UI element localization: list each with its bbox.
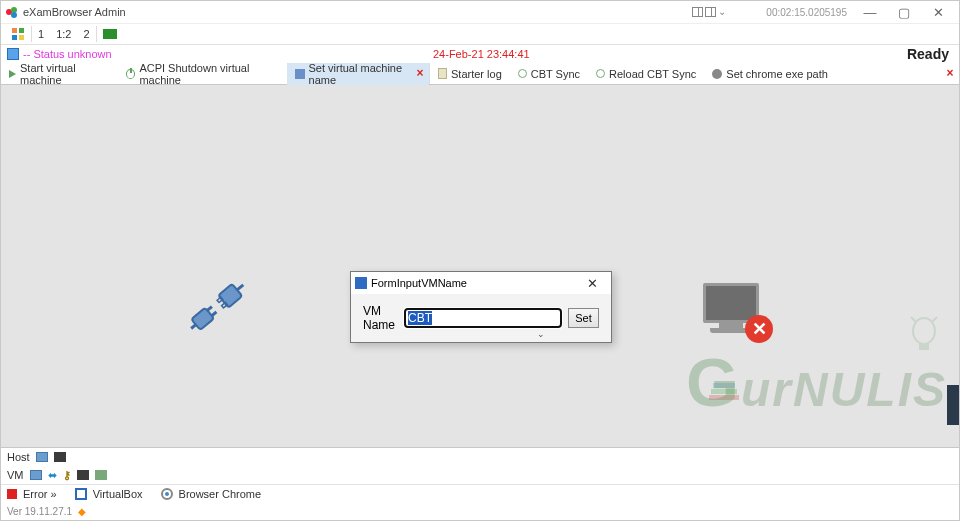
svg-line-8 (191, 325, 196, 329)
error-label[interactable]: Error » (23, 488, 57, 500)
svg-rect-22 (76, 489, 86, 499)
acpi-shutdown-button[interactable]: ACPI Shutdown virtual machine (118, 63, 287, 85)
svg-line-18 (932, 317, 937, 322)
set-chrome-path-button[interactable]: Set chrome exe path (704, 63, 836, 85)
layout-2-button[interactable]: 2 (77, 24, 95, 44)
window-titlebar: eXamBrowser Admin ⌄ 00:02:15.0205195 — ▢… (1, 1, 959, 23)
dialog-icon (355, 277, 367, 289)
command-toolbars: Start virtual machine ACPI Shutdown virt… (1, 63, 959, 85)
window-layout-picker[interactable]: ⌄ (692, 7, 726, 17)
form-input-vmname-dialog: FormInputVMName ✕ VM Name ⌄ Set (350, 271, 612, 343)
edit-icon (295, 69, 304, 79)
vm-monitor-icon[interactable] (30, 470, 42, 480)
services-row: Error » VirtualBox Browser Chrome (1, 484, 959, 502)
svg-rect-5 (12, 35, 17, 40)
host-monitor-icon[interactable] (36, 452, 48, 462)
dialog-close-button[interactable]: ✕ (577, 276, 607, 291)
layout-1-button[interactable]: 1 (32, 24, 50, 44)
dashboard-icon[interactable] (5, 24, 31, 44)
svg-rect-12 (217, 297, 223, 303)
quick-toolbar: 1 1:2 2 (1, 23, 959, 45)
main-canvas: ✕ FormInputVMName ✕ VM Name ⌄ Set GurNUL (1, 85, 959, 447)
vm-link-icon[interactable]: ⬌ (48, 469, 57, 482)
elapsed-clock: 00:02:15.0205195 (766, 7, 847, 18)
set-button[interactable]: Set (568, 308, 599, 328)
dialog-title: FormInputVMName (371, 277, 467, 289)
watermark-text: GurNULIS (686, 343, 947, 421)
set-vm-name-button[interactable]: Set virtual machine name (287, 63, 429, 85)
flag-icon[interactable] (97, 24, 123, 44)
vm-folder-icon[interactable] (95, 470, 107, 480)
monitor-offline-icon: ✕ (703, 283, 759, 333)
maximize-button[interactable]: ▢ (887, 2, 921, 22)
vm-name-input[interactable] (404, 308, 562, 328)
error-badge-icon: ✕ (745, 315, 773, 343)
left-toolbar-close[interactable]: × (413, 66, 427, 80)
host-terminal-icon[interactable] (54, 452, 66, 462)
window-title: eXamBrowser Admin (23, 6, 126, 18)
error-status-icon (7, 489, 17, 499)
starter-log-button[interactable]: Starter log (430, 63, 510, 85)
power-icon (126, 69, 135, 79)
cbt-sync-button[interactable]: CBT Sync (510, 63, 588, 85)
svg-point-2 (11, 12, 17, 18)
svg-rect-4 (19, 28, 24, 33)
version-label: Ver 19.11.27.1 (7, 506, 72, 517)
virtualbox-icon (75, 488, 87, 500)
close-window-button[interactable]: ✕ (921, 2, 955, 22)
chrome-icon (161, 488, 173, 500)
host-label: Host (7, 451, 30, 463)
vm-name-label: VM Name (363, 304, 398, 332)
app-icon (5, 5, 19, 19)
virtualbox-label[interactable]: VirtualBox (93, 488, 143, 500)
status-timestamp: 24-Feb-21 23:44:41 (433, 48, 538, 60)
ready-indicator: Ready (907, 46, 959, 62)
start-vm-button[interactable]: Start virtual machine (1, 63, 118, 85)
dialog-titlebar: FormInputVMName ✕ (351, 272, 611, 294)
host-row: Host (1, 448, 959, 466)
sync-icon (518, 69, 527, 78)
svg-rect-3 (12, 28, 17, 33)
browser-chrome-label[interactable]: Browser Chrome (179, 488, 262, 500)
status-text: -- Status unknown (23, 48, 112, 60)
svg-point-15 (913, 318, 935, 344)
vm-key-icon[interactable]: ⚷ (63, 469, 71, 482)
left-toolbar: Start virtual machine ACPI Shutdown virt… (1, 63, 430, 84)
vm-label: VM (7, 469, 24, 481)
reload-icon (596, 69, 605, 78)
vm-row: VM ⬌ ⚷ (1, 466, 959, 484)
svg-line-17 (911, 317, 916, 322)
disconnected-plug-icon (183, 271, 253, 341)
dropdown-arrow-icon: ⌄ (537, 329, 545, 339)
vm-terminal-icon[interactable] (77, 470, 89, 480)
play-icon (9, 70, 16, 78)
right-toolbar-close[interactable]: × (943, 66, 957, 80)
pause-indicator-icon: ◆ (78, 506, 86, 517)
status-indicator-icon (7, 48, 19, 60)
svg-point-24 (165, 492, 169, 496)
layout-1-2-button[interactable]: 1:2 (50, 24, 77, 44)
bottom-panel: Host VM ⬌ ⚷ Error » VirtualBox Browser C… (1, 447, 959, 520)
svg-line-14 (237, 285, 243, 290)
footer-row: Ver 19.11.27.1 ◆ (1, 502, 959, 520)
document-icon (438, 68, 447, 79)
side-tab[interactable] (947, 385, 959, 425)
minimize-button[interactable]: — (853, 2, 887, 22)
svg-rect-6 (19, 35, 24, 40)
right-toolbar: Starter log CBT Sync Reload CBT Sync Set… (430, 63, 959, 84)
status-row: -- Status unknown 24-Feb-21 23:44:41 Rea… (1, 45, 959, 63)
reload-cbt-sync-button[interactable]: Reload CBT Sync (588, 63, 704, 85)
svg-rect-13 (222, 302, 228, 308)
gear-icon (712, 69, 722, 79)
